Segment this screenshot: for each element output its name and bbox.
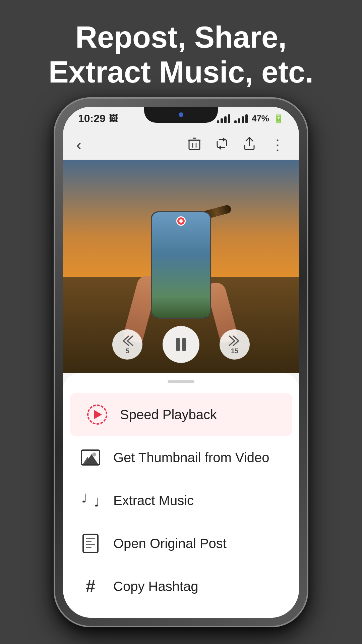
speed-playback-icon bbox=[86, 404, 108, 425]
pause-icon bbox=[176, 338, 186, 351]
post-line-2 bbox=[86, 541, 92, 542]
phone-bezel: 10:29 🖼 bbox=[54, 97, 308, 627]
rewind-label: 5 bbox=[125, 347, 129, 354]
note-2: ♩ bbox=[94, 495, 100, 509]
sun-shape bbox=[92, 452, 96, 457]
pause-bar-2 bbox=[182, 338, 186, 351]
page-background: Repost, Share,Extract Music, etc. 10:29 … bbox=[0, 0, 362, 644]
camera-dot bbox=[179, 112, 183, 117]
photo-indicator-icon: 🖼 bbox=[109, 113, 118, 124]
share-button[interactable] bbox=[243, 137, 255, 153]
music-icon: ♩ ♩ bbox=[80, 490, 101, 511]
post-frame bbox=[82, 534, 99, 553]
status-bar: 10:29 🖼 bbox=[63, 107, 299, 130]
status-right: 47% 🔋 bbox=[217, 113, 284, 124]
forward-label: 15 bbox=[231, 347, 238, 354]
phone-content: 5 bbox=[63, 160, 299, 618]
thumbnail-icon bbox=[80, 447, 101, 468]
speed-circle bbox=[87, 405, 107, 425]
signal-bar-4 bbox=[228, 114, 230, 123]
post-line-4 bbox=[86, 547, 92, 548]
phone-screen: 10:29 🖼 bbox=[63, 107, 299, 618]
record-button bbox=[176, 216, 186, 226]
bottom-sheet: Speed Playback Get Thumbnail from Video bbox=[63, 373, 299, 618]
post-line-3 bbox=[86, 544, 95, 545]
speed-play-triangle bbox=[94, 410, 102, 419]
inner-phone-screen bbox=[152, 212, 210, 318]
back-button[interactable]: ‹ bbox=[76, 137, 81, 153]
sheet-handle bbox=[168, 380, 194, 383]
toolbar: ‹ bbox=[63, 130, 299, 160]
menu-item-get-thumbnail[interactable]: Get Thumbnail from Video bbox=[63, 436, 299, 479]
notch bbox=[144, 107, 218, 123]
video-controls: 5 bbox=[63, 326, 299, 363]
signal-bar2-4 bbox=[245, 114, 248, 123]
svg-rect-0 bbox=[189, 140, 200, 150]
forward-button[interactable]: 15 bbox=[220, 329, 250, 360]
battery-percent: 47% bbox=[252, 113, 269, 124]
signal-bar2-3 bbox=[242, 116, 244, 123]
signal-bars bbox=[217, 114, 230, 123]
rewind-button[interactable]: 5 bbox=[112, 329, 142, 360]
copy-hashtag-label: Copy Hashtag bbox=[113, 579, 198, 594]
signal-bar-3 bbox=[224, 116, 227, 123]
signal-bar-2 bbox=[221, 118, 223, 123]
thumbnail-label: Get Thumbnail from Video bbox=[113, 450, 269, 465]
signal-bars-2 bbox=[234, 114, 248, 123]
note-1: ♩ bbox=[81, 491, 87, 505]
record-dot bbox=[179, 219, 183, 223]
hero-title: Repost, Share,Extract Music, etc. bbox=[0, 0, 362, 103]
pause-bar-1 bbox=[176, 338, 180, 351]
phone-mockup: 10:29 🖼 bbox=[54, 97, 308, 627]
battery-icon: 🔋 bbox=[273, 113, 284, 124]
video-area[interactable]: 5 bbox=[63, 160, 299, 373]
music-notes: ♩ ♩ bbox=[81, 491, 100, 509]
pause-button[interactable] bbox=[163, 326, 199, 363]
menu-item-speed-playback[interactable]: Speed Playback bbox=[70, 393, 292, 436]
signal-bar-1 bbox=[217, 120, 219, 123]
menu-item-extract-music[interactable]: ♩ ♩ Extract Music bbox=[63, 479, 299, 522]
mountain-shape bbox=[82, 456, 99, 464]
more-button[interactable]: ⋮ bbox=[270, 138, 286, 152]
signal-bar2-1 bbox=[234, 120, 237, 123]
video-scene: 5 bbox=[63, 160, 299, 373]
menu-item-open-post[interactable]: Open Original Post bbox=[63, 522, 299, 565]
post-icon bbox=[80, 533, 101, 554]
delete-button[interactable] bbox=[188, 137, 200, 153]
post-lines bbox=[86, 538, 95, 548]
post-line-1 bbox=[86, 538, 95, 539]
image-frame bbox=[81, 449, 100, 466]
status-time: 10:29 🖼 bbox=[78, 112, 118, 125]
hashtag-icon: # bbox=[80, 576, 101, 597]
inner-phone bbox=[151, 211, 211, 319]
signal-bar2-2 bbox=[238, 118, 240, 123]
extract-music-label: Extract Music bbox=[113, 493, 194, 508]
toolbar-icons: ⋮ bbox=[188, 137, 286, 153]
repost-button[interactable] bbox=[215, 138, 229, 153]
speed-playback-label: Speed Playback bbox=[120, 407, 217, 422]
menu-item-copy-hashtag[interactable]: # Copy Hashtag bbox=[63, 565, 299, 608]
open-post-label: Open Original Post bbox=[113, 536, 227, 551]
